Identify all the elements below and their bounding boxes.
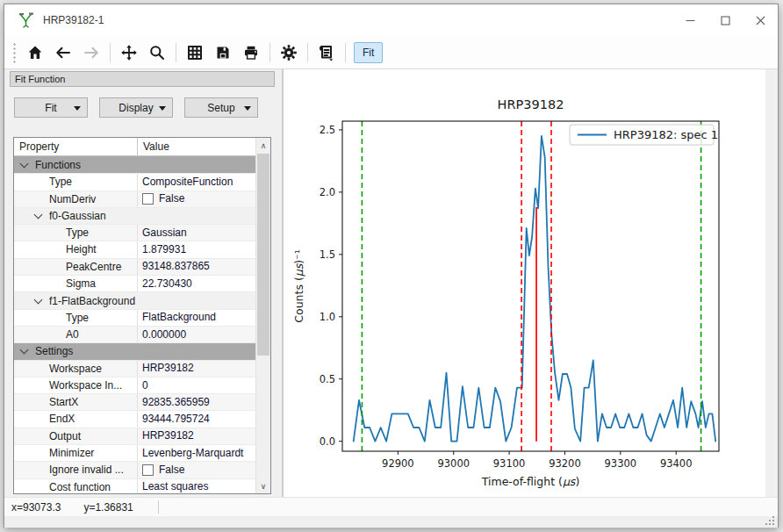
property-row-sigma[interactable]: Sigma22.730430 xyxy=(14,275,255,291)
property-grid: Property Value FunctionsTypeCompositeFun… xyxy=(13,137,271,494)
fit-menu-label: Fit xyxy=(45,102,56,114)
minimize-button[interactable] xyxy=(672,4,708,36)
collapse-chevron-icon[interactable] xyxy=(20,159,29,168)
scrollbar[interactable]: ∧ ∨ xyxy=(255,138,270,493)
statusbar-separator xyxy=(158,500,159,514)
group-row-functions[interactable]: Functions xyxy=(14,156,255,173)
gear-icon xyxy=(280,44,298,61)
property-row-a0[interactable]: A00.000000 xyxy=(14,326,255,342)
group-label: f0-Gaussian xyxy=(49,210,106,222)
property-value[interactable]: CompositeFunction xyxy=(138,174,255,190)
property-row-minimizer[interactable]: MinimizerLevenberg-Marquardt xyxy=(14,444,255,461)
checkbox-unchecked[interactable] xyxy=(142,464,154,476)
property-value[interactable]: 93148.837865 xyxy=(138,259,255,275)
resize-grip-icon[interactable] xyxy=(765,515,775,526)
cursor-y-readout: y=1.36831 xyxy=(83,501,133,514)
property-row-output[interactable]: OutputHRP39182 xyxy=(14,428,255,444)
plot-canvas[interactable]: HRP391829290093000931009320093300934000.… xyxy=(284,69,778,497)
fit-toggle-button[interactable]: Fit xyxy=(354,42,383,63)
forward-button[interactable] xyxy=(77,40,105,66)
close-button[interactable] xyxy=(743,4,778,36)
property-value[interactable]: FlatBackground xyxy=(138,310,255,326)
data-line xyxy=(354,136,716,442)
x-tick-label: 93000 xyxy=(437,457,470,470)
property-value[interactable]: HRP39182 xyxy=(138,361,255,377)
property-value[interactable]: False xyxy=(138,191,255,207)
group-row-settings[interactable]: Settings xyxy=(14,342,255,359)
property-value[interactable]: 93444.795724 xyxy=(138,411,255,427)
zoom-button[interactable] xyxy=(143,40,171,66)
checkbox-unchecked[interactable] xyxy=(142,193,154,205)
property-value[interactable]: 22.730430 xyxy=(138,276,255,291)
pan-button[interactable] xyxy=(115,40,143,66)
collapse-chevron-icon[interactable] xyxy=(34,295,43,304)
property-value[interactable]: False xyxy=(138,462,255,478)
fit-menu-row: Fit Display Setup xyxy=(14,97,282,118)
display-menu-button[interactable]: Display xyxy=(99,97,173,118)
property-row-type[interactable]: TypeCompositeFunction xyxy=(14,173,255,190)
toolbar-separator xyxy=(110,43,111,62)
property-value[interactable]: Least squares xyxy=(138,479,255,493)
property-row-startx[interactable]: StartX92835.365959 xyxy=(14,393,255,410)
maximize-button[interactable] xyxy=(708,4,743,36)
scroll-up-arrow-icon[interactable]: ∧ xyxy=(256,138,270,153)
property-row-workspace-in-[interactable]: Workspace In...0 xyxy=(14,377,255,393)
toolbar-drag-handle[interactable] xyxy=(11,41,16,64)
property-row-ignore-invalid-[interactable]: Ignore invalid ...False xyxy=(14,461,255,478)
home-button[interactable] xyxy=(21,40,49,66)
toolbar-separator xyxy=(307,43,308,62)
property-row-peakcentre[interactable]: PeakCentre93148.837865 xyxy=(14,258,255,275)
property-value[interactable]: HRP39182 xyxy=(138,428,255,444)
column-header-property: Property xyxy=(14,138,138,155)
property-row-type[interactable]: TypeFlatBackground xyxy=(14,309,255,326)
title-bar[interactable]: HRP39182-1 xyxy=(4,4,778,36)
collapse-chevron-icon[interactable] xyxy=(34,211,43,219)
fit-menu-button[interactable]: Fit xyxy=(14,97,88,118)
scroll-down-arrow-icon[interactable]: ∨ xyxy=(256,478,270,493)
print-button[interactable] xyxy=(237,40,265,66)
checkbox-label: False xyxy=(159,191,184,207)
property-row-numderiv[interactable]: NumDerivFalse xyxy=(14,191,255,207)
plot-title: HRP39182 xyxy=(498,97,564,111)
y-tick-label: 2.5 xyxy=(320,124,335,136)
property-value[interactable]: 92835.365959 xyxy=(138,394,255,410)
setup-menu-button[interactable]: Setup xyxy=(184,97,258,118)
cursor-x-readout: x=93073.3 xyxy=(11,501,61,514)
scrollbar-thumb[interactable] xyxy=(257,154,269,356)
toolbar-separator xyxy=(269,43,270,62)
collapse-chevron-icon[interactable] xyxy=(20,346,29,355)
save-button[interactable] xyxy=(209,40,237,66)
property-value[interactable]: 0 xyxy=(138,377,255,393)
settings-button[interactable] xyxy=(275,40,303,66)
property-grid-header: Property Value xyxy=(14,138,255,156)
column-header-value: Value xyxy=(138,138,169,155)
generate-script-button[interactable] xyxy=(312,40,341,66)
x-tick-label: 93100 xyxy=(493,457,526,470)
property-value[interactable]: Levenberg-Marquardt xyxy=(138,445,255,461)
property-name: EndX xyxy=(14,411,138,427)
status-bar: x=93073.3 y=1.36831 xyxy=(4,497,778,516)
back-button[interactable] xyxy=(49,40,77,66)
subgroup-row-f1-flatbackground[interactable]: f1-FlatBackground xyxy=(14,291,255,308)
property-name: Type xyxy=(14,225,138,241)
legend[interactable]: HRP39182: spec 1 xyxy=(570,125,718,145)
grid-toggle-button[interactable] xyxy=(181,40,209,66)
x-tick-label: 92900 xyxy=(382,457,414,470)
property-value[interactable]: 0.000000 xyxy=(138,327,255,342)
app-window: HRP39182-1 xyxy=(4,4,779,528)
chevron-down-icon xyxy=(159,106,166,111)
y-tick-label: 1.0 xyxy=(320,311,335,323)
subgroup-row-f0-gaussian[interactable]: f0-Gaussian xyxy=(14,207,255,224)
property-row-workspace[interactable]: WorkspaceHRP39182 xyxy=(14,360,255,377)
property-value[interactable]: 1.879931 xyxy=(138,241,255,257)
property-value[interactable]: Gaussian xyxy=(138,225,255,241)
property-row-type[interactable]: TypeGaussian xyxy=(14,224,255,241)
dock-title-bar[interactable]: Fit Function xyxy=(10,71,275,87)
plot-right-margin xyxy=(765,69,778,497)
home-icon xyxy=(26,44,44,61)
property-name: Ignore invalid ... xyxy=(14,462,138,478)
y-tick-label: 0.5 xyxy=(320,373,335,385)
property-row-height[interactable]: Height1.879931 xyxy=(14,241,255,257)
property-row-cost-function[interactable]: Cost functionLeast squares xyxy=(14,478,255,493)
property-row-endx[interactable]: EndX93444.795724 xyxy=(14,410,255,427)
